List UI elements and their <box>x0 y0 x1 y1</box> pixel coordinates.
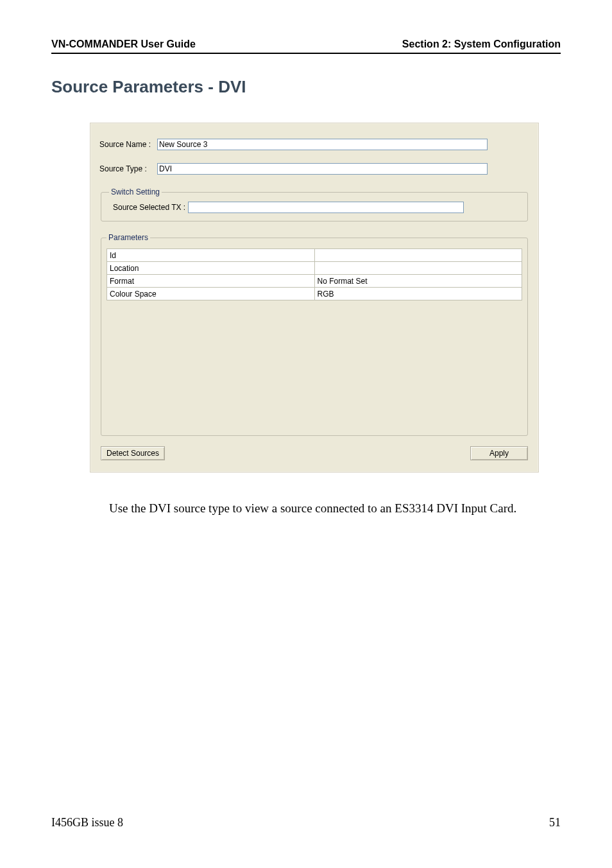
dialog-buttons-row: Detect Sources Apply <box>99 446 529 460</box>
parameters-table: Id Location Format No Format Set Colour … <box>106 248 522 300</box>
source-name-label: Source Name : <box>99 140 157 149</box>
parameters-group: Parameters Id Location Format No Format … <box>101 233 528 436</box>
table-row[interactable]: Id <box>107 249 522 262</box>
page-footer: I456GB issue 8 51 <box>51 816 561 829</box>
footer-page-number: 51 <box>549 816 561 829</box>
source-name-input[interactable] <box>157 139 488 150</box>
source-type-label: Source Type : <box>99 164 157 173</box>
header-right: Section 2: System Configuration <box>402 39 561 50</box>
source-type-row: Source Type : <box>99 163 529 175</box>
body-paragraph: Use the DVI source type to view a source… <box>109 499 520 517</box>
parameters-empty-area <box>106 300 522 429</box>
source-selected-tx-input[interactable] <box>188 202 464 213</box>
param-value[interactable]: No Format Set <box>314 275 522 288</box>
param-value[interactable] <box>314 262 522 275</box>
source-type-input[interactable] <box>157 163 488 175</box>
param-label: Colour Space <box>107 288 315 300</box>
header-left: VN-COMMANDER User Guide <box>51 39 196 50</box>
switch-setting-group: Switch Setting Source Selected TX : <box>101 187 528 221</box>
param-value[interactable] <box>314 249 522 262</box>
table-row[interactable]: Format No Format Set <box>107 275 522 288</box>
param-label: Format <box>107 275 315 288</box>
dialog-panel: Source Name : Source Type : Switch Setti… <box>90 123 539 473</box>
footer-left: I456GB issue 8 <box>51 816 123 829</box>
param-label: Id <box>107 249 315 262</box>
source-selected-tx-label: Source Selected TX : <box>113 203 185 212</box>
parameters-legend: Parameters <box>106 233 150 242</box>
table-row[interactable]: Location <box>107 262 522 275</box>
section-title: Source Parameters - DVI <box>51 77 561 97</box>
detect-sources-button[interactable]: Detect Sources <box>101 446 165 460</box>
apply-button[interactable]: Apply <box>470 446 528 460</box>
page-header: VN-COMMANDER User Guide Section 2: Syste… <box>51 39 561 54</box>
param-label: Location <box>107 262 315 275</box>
switch-setting-legend: Switch Setting <box>109 187 162 196</box>
source-name-row: Source Name : <box>99 139 529 150</box>
table-row[interactable]: Colour Space RGB <box>107 288 522 300</box>
param-value[interactable]: RGB <box>314 288 522 300</box>
